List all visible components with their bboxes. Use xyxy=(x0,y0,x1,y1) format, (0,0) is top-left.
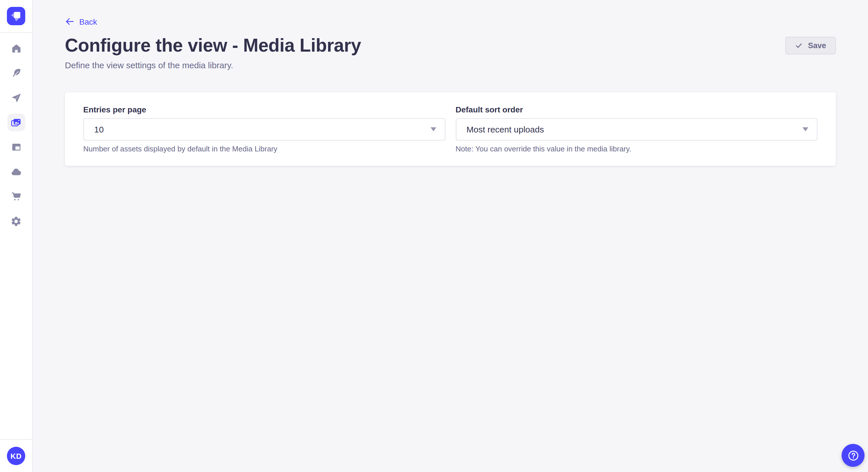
page-header: Back Configure the view - Media Library … xyxy=(33,0,868,72)
chevron-down-icon xyxy=(430,127,436,131)
media-library-icon xyxy=(10,117,22,128)
question-mark-icon xyxy=(846,449,860,462)
chevron-down-icon xyxy=(803,127,808,131)
title-row: Configure the view - Media Library Save xyxy=(65,34,836,57)
home-icon xyxy=(11,43,22,54)
sidebar-item-settings[interactable] xyxy=(7,212,25,230)
feather-icon xyxy=(11,68,22,78)
default-sort-order-select[interactable]: Most recent uploads xyxy=(456,118,817,140)
entries-per-page-select[interactable]: 10 xyxy=(83,118,445,140)
help-button[interactable] xyxy=(842,444,865,467)
default-sort-order-hint: Note: You can override this value in the… xyxy=(456,144,817,154)
page-title: Configure the view - Media Library xyxy=(65,34,361,57)
sidebar-nav xyxy=(0,33,32,439)
sidebar-item-content-manager[interactable] xyxy=(7,64,25,82)
paper-plane-icon xyxy=(11,92,22,103)
field-entries-per-page: Entries per page 10 Number of assets dis… xyxy=(83,104,445,154)
entries-per-page-value: 10 xyxy=(94,125,104,134)
save-label: Save xyxy=(808,41,826,49)
check-icon xyxy=(795,42,803,49)
logo-strip xyxy=(0,0,32,33)
entries-per-page-label: Entries per page xyxy=(83,104,445,115)
admin-app: KD Back Configure the view - Media Libra… xyxy=(0,0,868,472)
cart-icon xyxy=(11,191,22,202)
back-link[interactable]: Back xyxy=(65,16,97,26)
strapi-logo-icon xyxy=(7,7,25,25)
settings-gear-icon xyxy=(10,215,22,227)
save-button[interactable]: Save xyxy=(786,36,836,54)
back-label: Back xyxy=(79,17,97,26)
sidebar-item-releases[interactable] xyxy=(7,89,25,107)
default-sort-order-value: Most recent uploads xyxy=(466,125,544,134)
arrow-left-icon xyxy=(65,16,74,26)
settings-card: Entries per page 10 Number of assets dis… xyxy=(65,92,836,166)
sidebar-item-cloud[interactable] xyxy=(7,163,25,181)
sidebar-item-content-type-builder[interactable] xyxy=(7,138,25,156)
page-subtitle: Define the view settings of the media li… xyxy=(65,59,836,72)
sidebar-footer: KD xyxy=(0,439,32,472)
entries-per-page-hint: Number of assets displayed by default in… xyxy=(83,144,445,154)
user-avatar[interactable]: KD xyxy=(7,447,25,465)
sidebar-item-media-library[interactable] xyxy=(7,113,25,131)
sidebar-item-marketplace[interactable] xyxy=(7,188,25,205)
main-content: Back Configure the view - Media Library … xyxy=(33,0,868,472)
default-sort-order-label: Default sort order xyxy=(456,104,817,115)
cloud-icon xyxy=(10,166,22,177)
strapi-logo[interactable] xyxy=(7,7,25,25)
field-default-sort-order: Default sort order Most recent uploads N… xyxy=(456,104,817,154)
sidebar: KD xyxy=(0,0,33,472)
sidebar-item-home[interactable] xyxy=(7,40,25,57)
layout-icon xyxy=(11,142,22,153)
